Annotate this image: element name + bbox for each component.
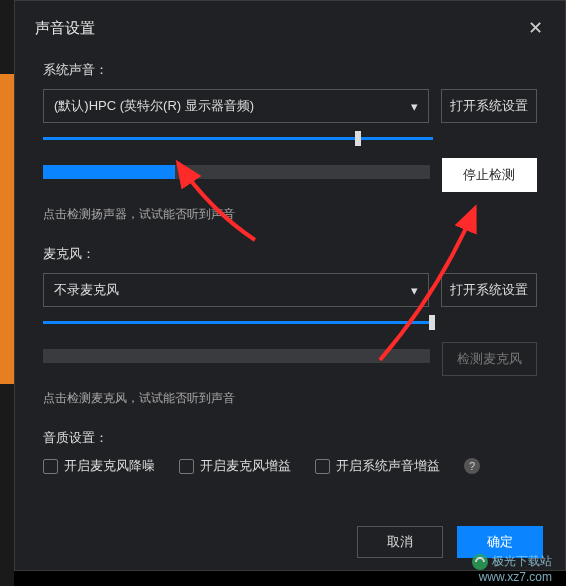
- speaker-test-hint: 点击检测扬声器，试试能否听到声音: [43, 206, 537, 223]
- sound-settings-dialog: 声音设置 ✕ 系统声音： (默认)HPC (英特尔(R) 显示器音频) ▾ 打开…: [14, 0, 566, 571]
- system-volume-slider[interactable]: [43, 137, 433, 140]
- noise-reduction-label: 开启麦克风降噪: [64, 457, 155, 475]
- chevron-down-icon: ▾: [411, 99, 418, 114]
- system-gain-label: 开启系统声音增益: [336, 457, 440, 475]
- noise-reduction-checkbox[interactable]: [43, 459, 58, 474]
- stop-test-button[interactable]: 停止检测: [442, 158, 537, 192]
- chevron-down-icon: ▾: [411, 283, 418, 298]
- mic-gain-checkbox[interactable]: [179, 459, 194, 474]
- mic-test-progress: [43, 349, 430, 363]
- titlebar: 声音设置 ✕: [15, 1, 565, 51]
- microphone-label: 麦克风：: [43, 245, 537, 263]
- watermark-url: www.xz7.com: [479, 570, 552, 584]
- close-button[interactable]: ✕: [522, 15, 549, 41]
- dialog-title: 声音设置: [35, 19, 95, 38]
- mic-test-hint: 点击检测麦克风，试试能否听到声音: [43, 390, 537, 407]
- microphone-volume-slider[interactable]: [43, 321, 433, 324]
- watermark: 极光下载站 www.xz7.com: [471, 553, 552, 584]
- system-sound-label: 系统声音：: [43, 61, 537, 79]
- microphone-select[interactable]: 不录麦克风 ▾: [43, 273, 429, 307]
- watermark-name: 极光下载站: [492, 554, 552, 568]
- system-gain-checkbox[interactable]: [315, 459, 330, 474]
- quality-label: 音质设置：: [43, 429, 537, 447]
- test-mic-button[interactable]: 检测麦克风: [442, 342, 537, 376]
- open-system-settings-button[interactable]: 打开系统设置: [441, 89, 537, 123]
- speaker-test-progress: [43, 165, 430, 179]
- help-icon[interactable]: ?: [464, 458, 480, 474]
- system-sound-selected: (默认)HPC (英特尔(R) 显示器音频): [54, 97, 254, 115]
- microphone-selected: 不录麦克风: [54, 281, 119, 299]
- mic-gain-label: 开启麦克风增益: [200, 457, 291, 475]
- open-system-settings-mic-button[interactable]: 打开系统设置: [441, 273, 537, 307]
- system-sound-select[interactable]: (默认)HPC (英特尔(R) 显示器音频) ▾: [43, 89, 429, 123]
- cancel-button[interactable]: 取消: [357, 526, 443, 558]
- svg-point-0: [472, 554, 488, 570]
